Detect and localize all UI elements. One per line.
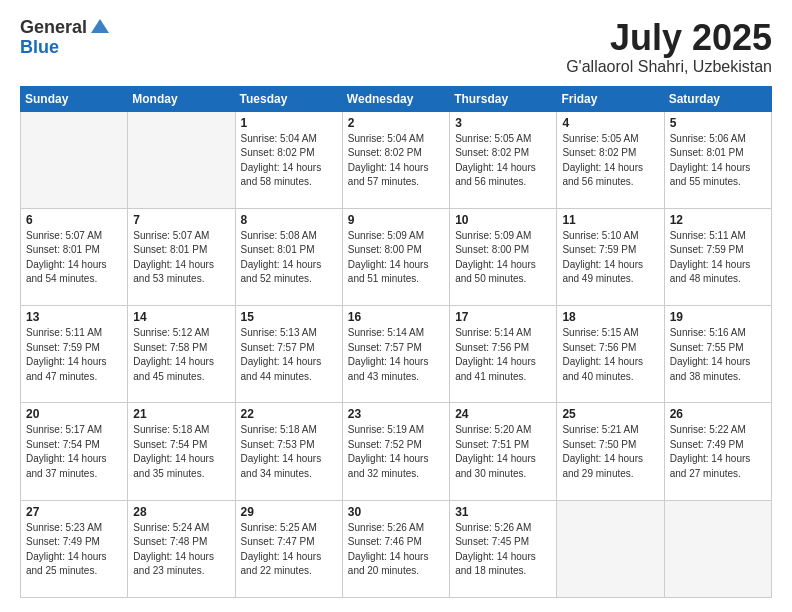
calendar-cell: 28Sunrise: 5:24 AM Sunset: 7:48 PM Dayli… [128, 500, 235, 597]
day-info: Sunrise: 5:10 AM Sunset: 7:59 PM Dayligh… [562, 229, 658, 287]
calendar-cell: 11Sunrise: 5:10 AM Sunset: 7:59 PM Dayli… [557, 208, 664, 305]
calendar-cell: 17Sunrise: 5:14 AM Sunset: 7:56 PM Dayli… [450, 306, 557, 403]
calendar-header-monday: Monday [128, 86, 235, 111]
day-number: 23 [348, 407, 444, 421]
day-info: Sunrise: 5:05 AM Sunset: 8:02 PM Dayligh… [455, 132, 551, 190]
calendar-cell: 30Sunrise: 5:26 AM Sunset: 7:46 PM Dayli… [342, 500, 449, 597]
day-number: 25 [562, 407, 658, 421]
calendar-header-sunday: Sunday [21, 86, 128, 111]
day-number: 29 [241, 505, 337, 519]
calendar-cell: 4Sunrise: 5:05 AM Sunset: 8:02 PM Daylig… [557, 111, 664, 208]
location: G'allaorol Shahri, Uzbekistan [566, 58, 772, 76]
calendar-cell: 6Sunrise: 5:07 AM Sunset: 8:01 PM Daylig… [21, 208, 128, 305]
calendar-cell [557, 500, 664, 597]
calendar-header-wednesday: Wednesday [342, 86, 449, 111]
calendar-cell: 16Sunrise: 5:14 AM Sunset: 7:57 PM Dayli… [342, 306, 449, 403]
day-info: Sunrise: 5:04 AM Sunset: 8:02 PM Dayligh… [348, 132, 444, 190]
day-number: 28 [133, 505, 229, 519]
day-number: 27 [26, 505, 122, 519]
day-number: 10 [455, 213, 551, 227]
calendar-cell: 23Sunrise: 5:19 AM Sunset: 7:52 PM Dayli… [342, 403, 449, 500]
day-number: 3 [455, 116, 551, 130]
day-info: Sunrise: 5:07 AM Sunset: 8:01 PM Dayligh… [133, 229, 229, 287]
day-number: 17 [455, 310, 551, 324]
day-info: Sunrise: 5:20 AM Sunset: 7:51 PM Dayligh… [455, 423, 551, 481]
day-number: 7 [133, 213, 229, 227]
day-info: Sunrise: 5:23 AM Sunset: 7:49 PM Dayligh… [26, 521, 122, 579]
day-info: Sunrise: 5:09 AM Sunset: 8:00 PM Dayligh… [455, 229, 551, 287]
logo: General Blue [20, 18, 111, 58]
calendar-header-row: SundayMondayTuesdayWednesdayThursdayFrid… [21, 86, 772, 111]
calendar-cell [21, 111, 128, 208]
day-info: Sunrise: 5:16 AM Sunset: 7:55 PM Dayligh… [670, 326, 766, 384]
calendar-cell: 20Sunrise: 5:17 AM Sunset: 7:54 PM Dayli… [21, 403, 128, 500]
day-info: Sunrise: 5:18 AM Sunset: 7:54 PM Dayligh… [133, 423, 229, 481]
day-number: 15 [241, 310, 337, 324]
calendar-cell: 14Sunrise: 5:12 AM Sunset: 7:58 PM Dayli… [128, 306, 235, 403]
svg-marker-0 [91, 19, 109, 33]
calendar-cell: 7Sunrise: 5:07 AM Sunset: 8:01 PM Daylig… [128, 208, 235, 305]
day-info: Sunrise: 5:26 AM Sunset: 7:46 PM Dayligh… [348, 521, 444, 579]
calendar-cell: 21Sunrise: 5:18 AM Sunset: 7:54 PM Dayli… [128, 403, 235, 500]
day-info: Sunrise: 5:15 AM Sunset: 7:56 PM Dayligh… [562, 326, 658, 384]
day-number: 5 [670, 116, 766, 130]
day-info: Sunrise: 5:08 AM Sunset: 8:01 PM Dayligh… [241, 229, 337, 287]
day-number: 20 [26, 407, 122, 421]
day-info: Sunrise: 5:24 AM Sunset: 7:48 PM Dayligh… [133, 521, 229, 579]
day-number: 31 [455, 505, 551, 519]
day-info: Sunrise: 5:17 AM Sunset: 7:54 PM Dayligh… [26, 423, 122, 481]
calendar-header-thursday: Thursday [450, 86, 557, 111]
calendar-table: SundayMondayTuesdayWednesdayThursdayFrid… [20, 86, 772, 598]
day-info: Sunrise: 5:13 AM Sunset: 7:57 PM Dayligh… [241, 326, 337, 384]
calendar-cell: 8Sunrise: 5:08 AM Sunset: 8:01 PM Daylig… [235, 208, 342, 305]
logo-blue-text: Blue [20, 37, 59, 57]
day-number: 26 [670, 407, 766, 421]
day-number: 12 [670, 213, 766, 227]
day-info: Sunrise: 5:25 AM Sunset: 7:47 PM Dayligh… [241, 521, 337, 579]
day-info: Sunrise: 5:09 AM Sunset: 8:00 PM Dayligh… [348, 229, 444, 287]
calendar-cell: 29Sunrise: 5:25 AM Sunset: 7:47 PM Dayli… [235, 500, 342, 597]
day-number: 2 [348, 116, 444, 130]
calendar-cell: 5Sunrise: 5:06 AM Sunset: 8:01 PM Daylig… [664, 111, 771, 208]
day-number: 13 [26, 310, 122, 324]
calendar-cell: 31Sunrise: 5:26 AM Sunset: 7:45 PM Dayli… [450, 500, 557, 597]
day-info: Sunrise: 5:18 AM Sunset: 7:53 PM Dayligh… [241, 423, 337, 481]
header: General Blue July 2025 G'allaorol Shahri… [20, 18, 772, 76]
day-number: 21 [133, 407, 229, 421]
day-number: 6 [26, 213, 122, 227]
day-number: 24 [455, 407, 551, 421]
day-number: 9 [348, 213, 444, 227]
calendar-cell: 24Sunrise: 5:20 AM Sunset: 7:51 PM Dayli… [450, 403, 557, 500]
day-number: 18 [562, 310, 658, 324]
logo-general-text: General [20, 18, 87, 38]
calendar-cell: 12Sunrise: 5:11 AM Sunset: 7:59 PM Dayli… [664, 208, 771, 305]
day-info: Sunrise: 5:11 AM Sunset: 7:59 PM Dayligh… [670, 229, 766, 287]
logo-icon [89, 15, 111, 37]
calendar-cell: 22Sunrise: 5:18 AM Sunset: 7:53 PM Dayli… [235, 403, 342, 500]
day-number: 14 [133, 310, 229, 324]
day-info: Sunrise: 5:21 AM Sunset: 7:50 PM Dayligh… [562, 423, 658, 481]
day-number: 4 [562, 116, 658, 130]
calendar-cell: 13Sunrise: 5:11 AM Sunset: 7:59 PM Dayli… [21, 306, 128, 403]
calendar-week-row: 1Sunrise: 5:04 AM Sunset: 8:02 PM Daylig… [21, 111, 772, 208]
calendar-cell: 10Sunrise: 5:09 AM Sunset: 8:00 PM Dayli… [450, 208, 557, 305]
calendar-cell: 9Sunrise: 5:09 AM Sunset: 8:00 PM Daylig… [342, 208, 449, 305]
day-number: 16 [348, 310, 444, 324]
day-number: 30 [348, 505, 444, 519]
day-info: Sunrise: 5:07 AM Sunset: 8:01 PM Dayligh… [26, 229, 122, 287]
calendar-cell: 25Sunrise: 5:21 AM Sunset: 7:50 PM Dayli… [557, 403, 664, 500]
calendar-header-saturday: Saturday [664, 86, 771, 111]
day-info: Sunrise: 5:05 AM Sunset: 8:02 PM Dayligh… [562, 132, 658, 190]
calendar-cell: 15Sunrise: 5:13 AM Sunset: 7:57 PM Dayli… [235, 306, 342, 403]
calendar-cell: 1Sunrise: 5:04 AM Sunset: 8:02 PM Daylig… [235, 111, 342, 208]
day-number: 22 [241, 407, 337, 421]
day-info: Sunrise: 5:12 AM Sunset: 7:58 PM Dayligh… [133, 326, 229, 384]
page: General Blue July 2025 G'allaorol Shahri… [0, 0, 792, 612]
title-block: July 2025 G'allaorol Shahri, Uzbekistan [566, 18, 772, 76]
calendar-cell [664, 500, 771, 597]
day-info: Sunrise: 5:22 AM Sunset: 7:49 PM Dayligh… [670, 423, 766, 481]
calendar-cell: 2Sunrise: 5:04 AM Sunset: 8:02 PM Daylig… [342, 111, 449, 208]
day-number: 8 [241, 213, 337, 227]
day-info: Sunrise: 5:14 AM Sunset: 7:56 PM Dayligh… [455, 326, 551, 384]
day-info: Sunrise: 5:11 AM Sunset: 7:59 PM Dayligh… [26, 326, 122, 384]
